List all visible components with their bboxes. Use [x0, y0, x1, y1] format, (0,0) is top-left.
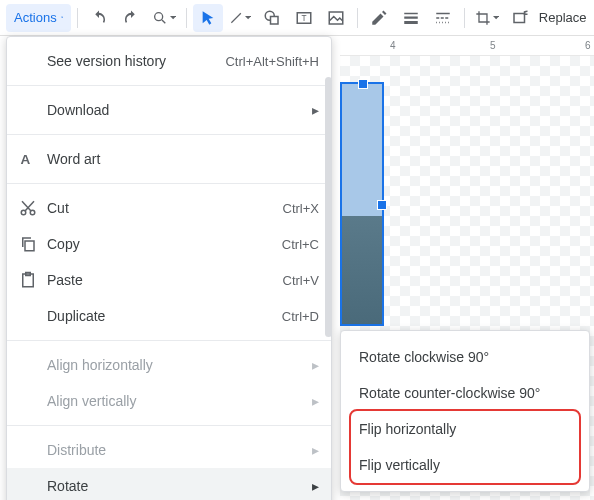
rotate-submenu: Rotate clockwise 90° Rotate counter-cloc…	[340, 330, 590, 492]
undo-icon	[90, 9, 108, 27]
reset-image-icon	[511, 9, 529, 27]
menu-label: Word art	[47, 151, 319, 167]
menu-label: Rotate	[47, 478, 312, 494]
menu-shortcut: Ctrl+D	[282, 309, 319, 324]
reset-image-button[interactable]	[505, 4, 535, 32]
svg-rect-8	[404, 12, 418, 14]
submenu-arrow-icon: ▸	[312, 357, 319, 373]
cursor-icon	[200, 10, 216, 26]
menu-label: Align horizontally	[47, 357, 312, 373]
submenu-label: Flip horizontally	[359, 421, 456, 437]
toolbar-separator	[357, 8, 358, 28]
menu-item-download[interactable]: Download ▸	[7, 92, 331, 128]
replace-image-button[interactable]: Replace	[537, 4, 588, 32]
svg-rect-4	[271, 16, 279, 24]
svg-rect-14	[514, 13, 525, 22]
menu-label: Paste	[47, 272, 273, 288]
toolbar-separator	[77, 8, 78, 28]
svg-rect-10	[404, 21, 418, 24]
submenu-arrow-icon: ▸	[312, 442, 319, 458]
undo-button[interactable]	[84, 4, 114, 32]
svg-text:A: A	[21, 152, 31, 167]
horizontal-ruler: 4 5 6	[340, 36, 594, 56]
line-dash-icon	[434, 9, 452, 27]
line-icon	[229, 10, 243, 26]
menu-label: Copy	[47, 236, 272, 252]
menu-item-paste[interactable]: Paste Ctrl+V	[7, 262, 331, 298]
chevron-down-icon	[245, 16, 251, 20]
menu-item-align-horizontally: Align horizontally ▸	[7, 347, 331, 383]
menu-divider	[7, 340, 331, 341]
menu-item-version-history[interactable]: See version history Ctrl+Alt+Shift+H	[7, 43, 331, 79]
image-tool-button[interactable]	[321, 4, 351, 32]
replace-label: Replace	[539, 10, 587, 25]
pencil-icon	[370, 9, 388, 27]
submenu-arrow-icon: ▸	[312, 478, 319, 494]
redo-button[interactable]	[116, 4, 146, 32]
textbox-icon: T	[295, 9, 313, 27]
menu-item-cut[interactable]: Cut Ctrl+X	[7, 190, 331, 226]
wordart-icon: A	[19, 150, 47, 168]
border-weight-button[interactable]	[396, 4, 426, 32]
cut-icon	[19, 199, 47, 217]
menu-item-distribute: Distribute ▸	[7, 432, 331, 468]
menu-shortcut: Ctrl+C	[282, 237, 319, 252]
submenu-label: Rotate clockwise 90°	[359, 349, 489, 365]
paste-icon	[19, 271, 47, 289]
toolbar-separator	[464, 8, 465, 28]
menu-shortcut: Ctrl+V	[283, 273, 319, 288]
submenu-item-flip-vertically[interactable]: Flip vertically	[341, 447, 589, 483]
crop-button[interactable]	[471, 4, 503, 32]
submenu-arrow-icon: ▸	[312, 393, 319, 409]
menu-scrollbar[interactable]	[325, 77, 332, 337]
menu-item-duplicate[interactable]: Duplicate Ctrl+D	[7, 298, 331, 334]
menu-item-rotate[interactable]: Rotate ▸	[7, 468, 331, 500]
menu-label: Download	[47, 102, 312, 118]
image-icon	[327, 9, 345, 27]
copy-icon	[19, 235, 47, 253]
menu-divider	[7, 134, 331, 135]
border-dash-button[interactable]	[428, 4, 458, 32]
submenu-item-rotate-ccw[interactable]: Rotate counter-clockwise 90°	[341, 375, 589, 411]
ruler-tick: 4	[390, 40, 396, 51]
actions-menu: See version history Ctrl+Alt+Shift+H Dow…	[6, 36, 332, 500]
submenu-item-flip-horizontally[interactable]: Flip horizontally	[341, 411, 589, 447]
submenu-item-rotate-cw[interactable]: Rotate clockwise 90°	[341, 339, 589, 375]
redo-icon	[122, 9, 140, 27]
menu-label: Align vertically	[47, 393, 312, 409]
zoom-icon	[152, 9, 168, 27]
actions-menu-button[interactable]: Actions	[6, 4, 71, 32]
menu-divider	[7, 183, 331, 184]
chevron-down-icon	[493, 16, 499, 20]
ruler-tick: 5	[490, 40, 496, 51]
menu-divider	[7, 85, 331, 86]
svg-line-2	[231, 13, 240, 22]
menu-item-wordart[interactable]: A Word art	[7, 141, 331, 177]
submenu-label: Flip vertically	[359, 457, 440, 473]
svg-text:T: T	[302, 14, 307, 23]
svg-rect-9	[404, 16, 418, 18]
submenu-label: Rotate counter-clockwise 90°	[359, 385, 540, 401]
actions-label: Actions	[14, 10, 57, 25]
menu-item-copy[interactable]: Copy Ctrl+C	[7, 226, 331, 262]
textbox-tool-button[interactable]: T	[289, 4, 319, 32]
svg-rect-20	[25, 241, 34, 251]
menu-item-align-vertically: Align vertically ▸	[7, 383, 331, 419]
toolbar: Actions T Replac	[0, 0, 594, 36]
svg-line-1	[162, 19, 165, 22]
menu-label: Duplicate	[47, 308, 272, 324]
toolbar-separator	[186, 8, 187, 28]
svg-point-0	[154, 12, 162, 20]
select-tool-button[interactable]	[193, 4, 223, 32]
submenu-arrow-icon: ▸	[312, 102, 319, 118]
menu-label: Cut	[47, 200, 273, 216]
menu-divider	[7, 425, 331, 426]
shape-tool-button[interactable]	[257, 4, 287, 32]
menu-shortcut: Ctrl+X	[283, 201, 319, 216]
selected-image[interactable]	[340, 82, 384, 326]
menu-label: See version history	[47, 53, 215, 69]
line-tool-button[interactable]	[225, 4, 255, 32]
zoom-button[interactable]	[148, 4, 180, 32]
border-color-button[interactable]	[364, 4, 394, 32]
line-weight-icon	[402, 9, 420, 27]
